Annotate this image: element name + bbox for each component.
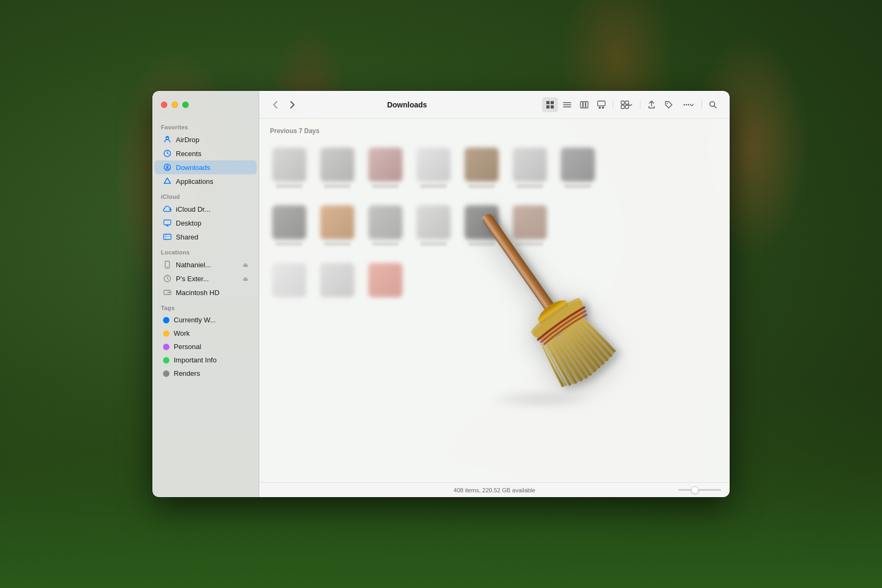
svg-rect-20 [602, 107, 604, 109]
files-row-2 [268, 199, 721, 252]
sidebar-item-ps-external-label: P's Exter... [176, 275, 209, 283]
sidebar-item-applications-label: Applications [176, 177, 213, 185]
view-column-button[interactable] [576, 97, 592, 112]
file-area[interactable]: Previous 7 Days [259, 119, 730, 482]
toolbar-title: Downloads [276, 100, 538, 109]
clock-drive-icon [163, 274, 172, 283]
toolbar-right [542, 97, 721, 112]
sidebar-item-important-info-label: Important Info [174, 356, 216, 364]
svg-point-26 [684, 104, 685, 105]
recents-icon [163, 149, 172, 158]
svg-rect-16 [583, 102, 585, 108]
renders-dot [163, 370, 169, 377]
svg-rect-17 [586, 102, 588, 108]
icloud-label: iCloud [152, 188, 259, 202]
sidebar-item-shared[interactable]: Shared [154, 230, 257, 244]
files-row-3 [268, 257, 721, 304]
view-separator-3 [701, 100, 702, 109]
svg-rect-35 [538, 301, 567, 322]
svg-rect-13 [546, 105, 550, 109]
svg-rect-15 [581, 102, 583, 108]
sidebar-item-personal-label: Personal [174, 343, 201, 351]
sidebar-item-applications[interactable]: Applications [154, 174, 257, 188]
svg-rect-12 [551, 101, 554, 104]
personal-dot [163, 344, 169, 350]
sidebar-item-important-info[interactable]: Important Info [154, 353, 257, 367]
svg-point-6 [167, 267, 168, 268]
sidebar-item-macintosh-hd[interactable]: Macintosh HD [154, 285, 257, 299]
sidebar-item-icloud-label: iCloud Dr... [176, 205, 210, 213]
svg-rect-14 [551, 105, 554, 109]
svg-rect-4 [164, 234, 171, 239]
sidebar-item-work-label: Work [174, 329, 190, 337]
view-list-button[interactable] [559, 97, 575, 112]
sidebar-item-shared-label: Shared [176, 233, 198, 241]
icloud-drive-icon [163, 205, 172, 213]
slider-track [678, 489, 721, 491]
sidebar-item-work[interactable]: Work [154, 327, 257, 340]
sidebar-item-nathaniel-label: Nathaniel... [176, 261, 211, 269]
view-gallery-button[interactable] [593, 97, 609, 112]
favorites-label: Favorites [152, 119, 259, 133]
slider-thumb[interactable] [691, 486, 699, 494]
main-content: Downloads [259, 91, 730, 497]
more-button[interactable] [678, 97, 698, 112]
sidebar-item-desktop[interactable]: Desktop [154, 216, 257, 230]
svg-point-27 [686, 104, 687, 105]
svg-point-25 [667, 103, 668, 104]
sidebar-item-ps-external[interactable]: P's Exter... ⏏ [154, 272, 257, 285]
traffic-lights-area [152, 91, 259, 119]
status-text: 408 items, 220.52 GB available [454, 487, 536, 493]
sidebar-item-personal[interactable]: Personal [154, 340, 257, 353]
svg-point-9 [169, 292, 170, 293]
svg-rect-18 [598, 101, 605, 106]
airdrop-icon [163, 135, 172, 144]
tags-label: Tags [152, 299, 259, 313]
sidebar-item-currently-working-label: Currently W... [174, 316, 216, 324]
broom-shadow [486, 391, 593, 407]
svg-point-28 [688, 104, 690, 105]
sidebar-item-renders-label: Renders [174, 369, 200, 377]
tag-button[interactable] [661, 97, 677, 112]
svg-rect-23 [621, 105, 624, 109]
view-separator-1 [613, 100, 613, 109]
files-row-1 [268, 141, 721, 195]
minimize-button[interactable] [172, 102, 178, 108]
toolbar: Downloads [259, 91, 730, 119]
view-icon-button[interactable] [542, 97, 558, 112]
sidebar-item-downloads[interactable]: Downloads [154, 160, 257, 174]
eject-nathaniel-icon[interactable]: ⏏ [243, 261, 248, 268]
sidebar-item-icloud-drive[interactable]: iCloud Dr... [154, 202, 257, 216]
sidebar-item-renders[interactable]: Renders [154, 367, 257, 380]
search-button[interactable] [705, 97, 721, 112]
locations-label: Locations [152, 244, 259, 258]
group-by-button[interactable] [616, 97, 637, 112]
section-header: Previous 7 Days [268, 127, 721, 135]
sidebar-item-currently-working[interactable]: Currently W... [154, 313, 257, 327]
currently-working-dot [163, 317, 169, 323]
sidebar-item-recents[interactable]: Recents [154, 146, 257, 160]
share-button[interactable] [644, 97, 660, 112]
eject-ps-icon[interactable]: ⏏ [243, 275, 248, 282]
svg-rect-21 [621, 101, 624, 104]
desktop-icon [163, 219, 172, 227]
sidebar-item-desktop-label: Desktop [176, 219, 202, 227]
zoom-slider[interactable] [678, 489, 721, 491]
important-info-dot [163, 357, 169, 363]
sidebar: Favorites AirDrop Recents [152, 91, 259, 497]
sidebar-item-nathaniel[interactable]: Nathaniel... ⏏ [154, 258, 257, 272]
status-bar: 408 items, 220.52 GB available [259, 482, 730, 497]
svg-point-10 [167, 292, 168, 293]
downloads-icon [163, 163, 172, 172]
svg-rect-3 [164, 220, 171, 225]
svg-rect-34 [540, 303, 569, 324]
sidebar-item-macintosh-hd-label: Macintosh HD [176, 289, 220, 297]
sidebar-item-downloads-label: Downloads [176, 164, 210, 172]
view-separator-2 [640, 100, 640, 109]
harddrive-icon [163, 288, 172, 297]
svg-rect-11 [546, 101, 550, 104]
maximize-button[interactable] [182, 102, 189, 108]
sidebar-item-airdrop[interactable]: AirDrop [154, 133, 257, 146]
close-button[interactable] [161, 102, 167, 108]
device-icon [163, 260, 172, 269]
